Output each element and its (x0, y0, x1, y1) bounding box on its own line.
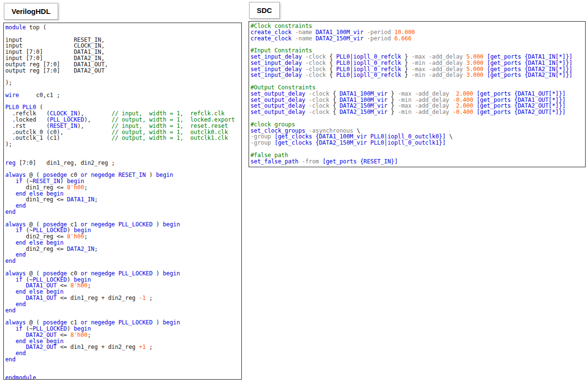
code-line (250, 146, 585, 152)
code-line: ); (5, 80, 241, 86)
code-line (250, 115, 585, 122)
code-line: DATA2_OUT <= din1_reg + din2_reg +1 ; (5, 344, 241, 350)
code-line (5, 74, 241, 80)
code-line: set_input_delay -clock { PLL0|iopll_0_re… (250, 72, 585, 78)
code-line: end (5, 357, 241, 363)
code-line (5, 369, 241, 375)
sdc-tab-label: SDC (257, 6, 272, 14)
code-line: ); (5, 141, 241, 148)
code-line: end (5, 350, 241, 357)
verilog-tab[interactable]: VerilogHDL (4, 3, 58, 20)
sdc-code: #Clock constraintscreate_clock -name DAT… (249, 22, 585, 164)
code-line: set_output_delay -clock { DATA2_150M_vir… (250, 109, 585, 115)
verilog-tab-label: VerilogHDL (12, 7, 50, 15)
verilog-code: module top ( input RESET_IN,input CLOCK_… (4, 23, 241, 380)
sdc-code-area: #Clock constraintscreate_clock -name DAT… (249, 21, 586, 167)
code-line: .outclk_1 (c1) // output, width = 1, out… (5, 135, 241, 141)
code-line: output reg [7:0] DATA2_OUT (5, 68, 241, 74)
code-line: end (5, 258, 241, 264)
code-line: wire c0,c1 ; (5, 92, 241, 99)
code-line (5, 148, 241, 154)
code-line (5, 363, 241, 369)
sdc-tab[interactable]: SDC (249, 2, 280, 19)
code-line: reg [7:0] din1_reg, din2_reg ; (5, 160, 241, 166)
verilog-code-area: module top ( input RESET_IN,input CLOCK_… (3, 23, 242, 380)
code-line: end (5, 301, 241, 308)
code-line: module top ( (5, 25, 241, 31)
code-line: end (5, 308, 241, 314)
code-line: set_false_path -from [get_ports {RESET_I… (250, 159, 585, 165)
code-line: end (5, 203, 241, 209)
code-line: end (5, 209, 241, 215)
code-line: din1_reg <= DATA1_IN; (5, 197, 241, 203)
code-line: DATA1_OUT <= din1_reg + din2_reg -1 ; (5, 295, 241, 301)
code-line: endmodule (5, 375, 241, 380)
code-line: -group [get_clocks {DATA2_150M_vir PLL0|… (250, 140, 585, 146)
code-line: din2_reg <= DATA2_IN; (5, 246, 241, 252)
code-line: create_clock -name DATA2_150M_vir -perio… (250, 36, 585, 42)
code-line: end (5, 252, 241, 258)
